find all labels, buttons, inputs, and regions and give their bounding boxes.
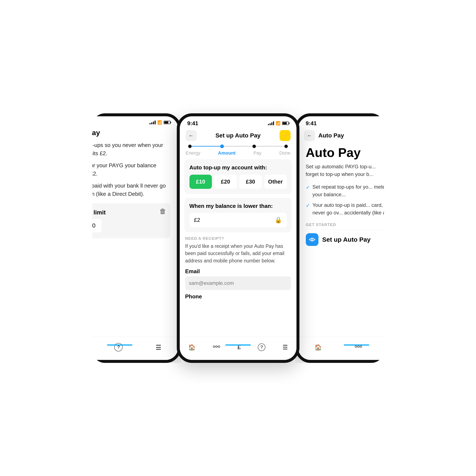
amount-20[interactable]: £20 bbox=[214, 175, 237, 189]
right-header-title: Auto Pay bbox=[319, 132, 344, 139]
get-started-section: GET STARTED Set up Auto Pay bbox=[306, 222, 384, 246]
feature-list: ✓ Set repeat top-ups for yo... meter whe… bbox=[306, 183, 384, 217]
nav-menu-middle[interactable]: ☰ bbox=[283, 344, 288, 351]
credit-card: 🗑 Credit limit £2.00 bbox=[92, 203, 170, 238]
phone1-text1: PAYG top-ups so you never when your bala… bbox=[92, 141, 170, 157]
lock-icon: 🔒 bbox=[275, 217, 282, 223]
step-pay: Pay bbox=[253, 150, 262, 156]
balance-value: £2 bbox=[194, 217, 200, 223]
step-dot-1 bbox=[220, 144, 224, 148]
menu-icon-left: ☰ bbox=[156, 344, 161, 351]
amount-card-title: Auto top-up my account with: bbox=[189, 164, 287, 171]
phone1-text2: top-ups for your PAYG your balance reach… bbox=[92, 161, 170, 178]
svg-point-2 bbox=[218, 346, 220, 347]
email-input[interactable] bbox=[185, 276, 291, 290]
phone-label: Phone bbox=[185, 293, 291, 300]
feature-item-1: ✓ Set repeat top-ups for yo... meter whe… bbox=[306, 183, 384, 198]
svg-point-0 bbox=[213, 346, 215, 347]
svg-point-1 bbox=[216, 346, 217, 347]
middle-header-title: Set up Auto Pay bbox=[216, 132, 261, 139]
phone-left-wrapper: 📶 Auto Pay PAYG top-ups so you never whe… bbox=[92, 113, 181, 363]
step-dot-0 bbox=[188, 145, 192, 148]
svg-point-6 bbox=[355, 346, 357, 347]
phone-middle-wrapper: 9:41 📶 ← Set up Auto Pay ⚡ bbox=[177, 113, 299, 363]
balance-card-title: When my balance is lower than: bbox=[189, 203, 287, 209]
bottom-nav-right: 🏠 £ bbox=[298, 337, 384, 360]
header-right: ← Auto Pay bbox=[298, 128, 384, 145]
nav-usage-middle[interactable] bbox=[213, 344, 220, 351]
nav-item-menu-left[interactable]: ☰ bbox=[156, 344, 161, 351]
step-labels: Energy Amount Pay Done bbox=[180, 150, 296, 159]
receipt-section: NEED A RECEIPT? If you'd like a receipt … bbox=[180, 236, 296, 305]
amount-10[interactable]: £10 bbox=[189, 175, 212, 189]
step-energy: Energy bbox=[186, 150, 201, 156]
balance-card: When my balance is lower than: £2 🔒 bbox=[184, 198, 292, 232]
back-button-middle[interactable]: ← bbox=[186, 130, 197, 141]
autopay-desc: Set up automatic PAYG top-u...forget to … bbox=[306, 163, 384, 178]
svg-point-8 bbox=[360, 346, 362, 347]
amount-30[interactable]: £30 bbox=[239, 175, 262, 189]
receipt-desc: If you'd like a receipt when your Auto P… bbox=[185, 242, 291, 265]
autopay-heading: Auto Pay bbox=[306, 145, 384, 160]
setup-icon-box bbox=[306, 233, 319, 246]
step-done: Done bbox=[279, 150, 290, 156]
header-middle: ← Set up Auto Pay ⚡ bbox=[180, 128, 296, 144]
bottom-indicator-right bbox=[344, 344, 369, 345]
step-dot-3 bbox=[284, 145, 288, 148]
credit-value-box: £2.00 bbox=[92, 219, 102, 232]
back-button-right[interactable]: ← bbox=[304, 130, 315, 141]
amount-card: Auto top-up my account with: £10 £20 £30… bbox=[184, 159, 292, 194]
time-right: 9:41 bbox=[306, 120, 317, 127]
setup-auto-pay-button[interactable]: Set up Auto Pay bbox=[306, 233, 384, 246]
feature-item-2: ✓ Your auto top-up is paid... card, so y… bbox=[306, 201, 384, 217]
bottom-nav-left: £ ? ☰ bbox=[92, 337, 178, 360]
stepper bbox=[180, 144, 296, 150]
thunder-button[interactable]: ⚡ bbox=[280, 130, 290, 141]
email-label: Email bbox=[185, 268, 291, 275]
delete-icon[interactable]: 🗑 bbox=[159, 207, 166, 215]
bottom-nav-middle: 🏠 £ ? ☰ bbox=[180, 337, 296, 360]
setup-btn-label: Set up Auto Pay bbox=[322, 236, 371, 243]
credit-label: Credit limit bbox=[92, 209, 165, 216]
amount-other[interactable]: Other bbox=[264, 175, 287, 189]
time-middle: 9:41 bbox=[187, 120, 198, 127]
bottom-indicator-middle bbox=[225, 344, 251, 345]
status-bar-right: 9:41 📶 bbox=[298, 116, 384, 128]
phone-right-wrapper: 9:41 📶 ← Auto Pay Auto Pay Set up automa… bbox=[295, 113, 384, 363]
phone1-text3: top-up is paid with your bank ll never g… bbox=[92, 182, 170, 198]
bottom-indicator-left bbox=[107, 344, 132, 345]
check-icon-2: ✓ bbox=[306, 202, 310, 209]
check-icon-1: ✓ bbox=[306, 184, 310, 191]
phone1-title: Auto Pay bbox=[92, 129, 170, 137]
receipt-title: NEED A RECEIPT? bbox=[185, 236, 291, 241]
status-bar-middle: 9:41 📶 bbox=[180, 116, 296, 128]
get-started-label: GET STARTED bbox=[306, 222, 384, 227]
nav-home-right[interactable]: 🏠 bbox=[314, 344, 322, 351]
nav-home-middle[interactable]: 🏠 bbox=[188, 344, 196, 351]
step-amount: Amount bbox=[218, 150, 236, 156]
svg-point-7 bbox=[357, 346, 359, 347]
nav-help-middle[interactable]: ? bbox=[258, 343, 265, 351]
svg-point-5 bbox=[311, 239, 313, 240]
step-dot-2 bbox=[253, 145, 256, 148]
status-bar-left: 📶 bbox=[92, 116, 178, 126]
